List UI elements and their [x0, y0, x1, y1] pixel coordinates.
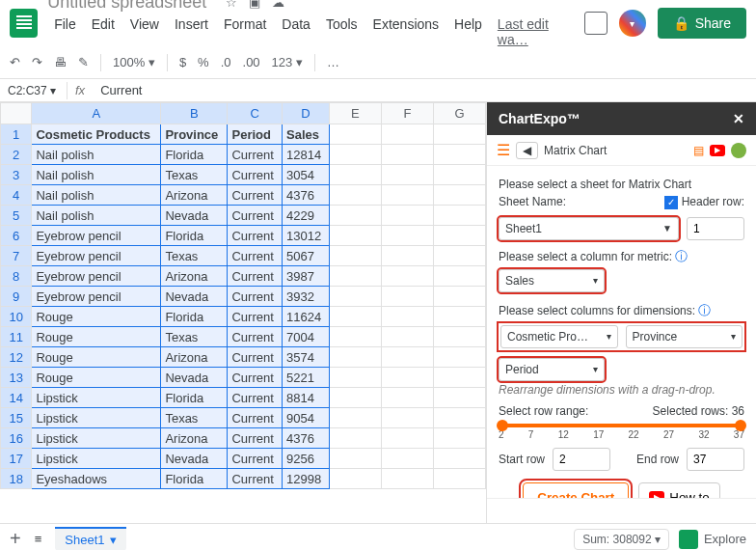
dec-increase-button[interactable]: .00	[243, 55, 260, 69]
end-row-input[interactable]	[687, 448, 744, 471]
cell[interactable]	[329, 226, 381, 246]
cell[interactable]: Current	[228, 165, 283, 185]
col-header[interactable]: F	[381, 103, 433, 124]
cell[interactable]: Current	[228, 266, 283, 287]
menu-view[interactable]: View	[123, 13, 166, 51]
cell[interactable]	[381, 327, 433, 347]
cell[interactable]	[433, 226, 485, 246]
cell[interactable]	[381, 266, 433, 287]
cell[interactable]: 12814	[283, 145, 330, 165]
cell[interactable]: Florida	[161, 307, 228, 327]
cell[interactable]	[433, 428, 485, 449]
cell[interactable]: Florida	[161, 388, 228, 408]
hamburger-icon[interactable]: ☰	[497, 141, 510, 159]
star-icon[interactable]: ☆	[226, 0, 237, 10]
cell[interactable]: Current	[228, 307, 283, 327]
cell[interactable]	[381, 388, 433, 408]
cell[interactable]: Current	[228, 185, 283, 206]
metric-dropdown[interactable]: Sales▾	[499, 269, 605, 292]
info-icon[interactable]: ⓘ	[698, 303, 711, 317]
cell[interactable]: Rouge	[32, 347, 161, 368]
zoom-dropdown[interactable]: 100% ▾	[113, 55, 155, 69]
row-header[interactable]: 16	[1, 428, 32, 449]
tab-sheet1[interactable]: Sheet1 ▾	[55, 527, 126, 550]
cell[interactable]: 11624	[283, 307, 330, 327]
cell[interactable]: Current	[228, 408, 283, 428]
cell[interactable]: Florida	[161, 469, 228, 489]
cell[interactable]	[433, 347, 485, 368]
close-icon[interactable]: ✕	[733, 111, 744, 126]
cloud-icon[interactable]: ☁	[272, 0, 284, 10]
cell[interactable]: 4376	[283, 428, 330, 449]
undo-icon[interactable]: ↶	[10, 55, 20, 69]
row-header[interactable]: 18	[1, 469, 32, 489]
cell[interactable]: Nail polish	[32, 145, 161, 165]
cell[interactable]: 4376	[283, 185, 330, 206]
cell[interactable]: Arizona	[161, 347, 228, 368]
print-icon[interactable]: 🖶	[54, 55, 67, 69]
row-header[interactable]: 8	[1, 266, 32, 287]
cell[interactable]: Current	[228, 246, 283, 266]
cell[interactable]	[381, 185, 433, 206]
row-header[interactable]: 6	[1, 226, 32, 246]
cell[interactable]: Current	[228, 347, 283, 368]
cell[interactable]	[381, 368, 433, 388]
cell[interactable]: Eyebrow pencil	[32, 266, 161, 287]
how-to-button[interactable]: ▶How to	[638, 482, 719, 499]
menu-insert[interactable]: Insert	[168, 13, 215, 51]
menu-format[interactable]: Format	[217, 13, 273, 51]
cell[interactable]	[381, 124, 433, 145]
redo-icon[interactable]: ↷	[32, 55, 42, 69]
dimension-1-dropdown[interactable]: Cosmetic Pro…▾	[500, 325, 618, 348]
cell[interactable]: Nevada	[161, 449, 228, 469]
cell[interactable]	[329, 428, 381, 449]
cell[interactable]	[381, 469, 433, 489]
col-header[interactable]: G	[433, 103, 485, 124]
cell[interactable]: Nail polish	[32, 206, 161, 226]
cell[interactable]	[433, 124, 485, 145]
cell[interactable]	[381, 449, 433, 469]
menu-file[interactable]: File	[47, 13, 83, 51]
row-header[interactable]: 1	[1, 124, 32, 145]
header-row-input[interactable]	[687, 217, 744, 240]
share-button[interactable]: 🔒 Share	[658, 8, 746, 39]
cell[interactable]: Current	[228, 469, 283, 489]
row-header[interactable]: 11	[1, 327, 32, 347]
cell[interactable]: Arizona	[161, 266, 228, 287]
cell-reference[interactable]: C2:C37 ▾	[0, 82, 68, 99]
cell[interactable]	[329, 327, 381, 347]
cell[interactable]: Lipstick	[32, 449, 161, 469]
row-header[interactable]: 9	[1, 287, 32, 307]
cell[interactable]	[381, 165, 433, 185]
cell[interactable]: 5221	[283, 368, 330, 388]
cell[interactable]: Current	[228, 145, 283, 165]
cell[interactable]: 3574	[283, 347, 330, 368]
cell[interactable]: Cosmetic Products	[32, 124, 161, 145]
meet-icon[interactable]: ▾	[619, 10, 646, 37]
formula-input[interactable]: Current	[93, 83, 149, 97]
cell[interactable]	[329, 266, 381, 287]
cell[interactable]	[329, 287, 381, 307]
cell[interactable]: 7004	[283, 327, 330, 347]
cell[interactable]	[329, 145, 381, 165]
cell[interactable]	[433, 449, 485, 469]
cell[interactable]: 9256	[283, 449, 330, 469]
cell[interactable]	[381, 307, 433, 327]
cell[interactable]	[433, 246, 485, 266]
cell[interactable]	[433, 206, 485, 226]
cell[interactable]: Lipstick	[32, 388, 161, 408]
cell[interactable]: Nevada	[161, 206, 228, 226]
cell[interactable]: Eyebrow pencil	[32, 246, 161, 266]
cell[interactable]: Current	[228, 287, 283, 307]
cell[interactable]	[329, 165, 381, 185]
cell[interactable]	[329, 206, 381, 226]
all-sheets-button[interactable]: ≡	[35, 532, 42, 546]
cell[interactable]: Texas	[161, 165, 228, 185]
menu-help[interactable]: Help	[447, 13, 489, 51]
sheet-name-dropdown[interactable]: Sheet1▼	[499, 217, 679, 240]
more-formats-button[interactable]: …	[327, 55, 339, 69]
cell[interactable]	[329, 408, 381, 428]
cell[interactable]: Texas	[161, 246, 228, 266]
cell[interactable]: Lipstick	[32, 428, 161, 449]
cell[interactable]: Current	[228, 206, 283, 226]
